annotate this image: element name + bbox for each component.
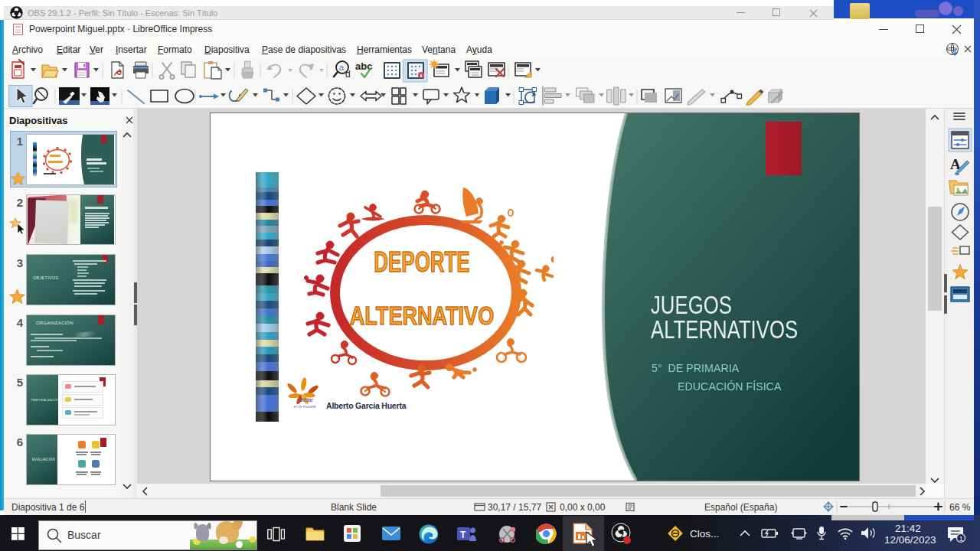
svg-text:a: a [339, 63, 345, 72]
svg-text:d: d [345, 69, 351, 80]
svg-text:Cehlar: Cehlar [297, 397, 313, 403]
svg-text:T: T [460, 530, 466, 540]
svg-text:en la escuela: en la escuela [293, 405, 315, 409]
svg-text:1: 1 [959, 535, 963, 543]
